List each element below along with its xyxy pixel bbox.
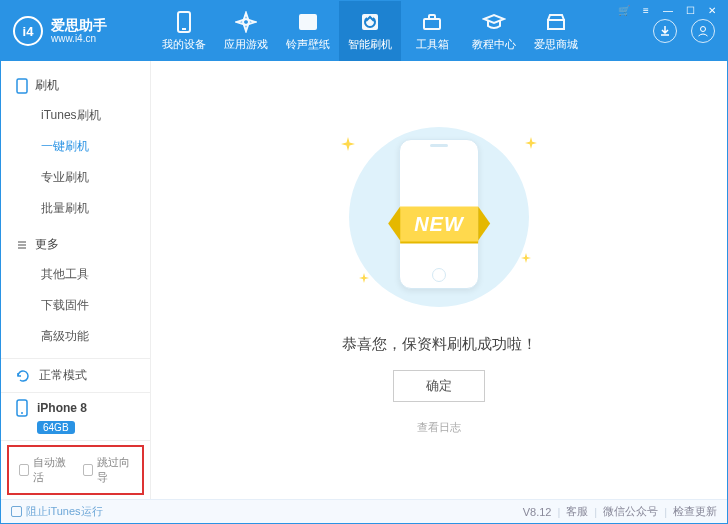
new-ribbon: NEW [400,207,478,242]
main-content: NEW 恭喜您，保资料刷机成功啦！ 确定 查看日志 [151,61,727,499]
brand-url: www.i4.cn [51,33,107,44]
device-name: iPhone 8 [37,401,87,415]
footer: 阻止iTunes运行 V8.12 | 客服 | 微信公众号 | 检查更新 [1,499,727,523]
svg-rect-9 [17,79,27,93]
sidebar-item-oneclick-flash[interactable]: 一键刷机 [1,131,150,162]
tab-apps[interactable]: 应用游戏 [215,1,277,61]
view-log-link[interactable]: 查看日志 [417,420,461,435]
checkbox-skip-guide[interactable]: 跳过向导 [83,455,133,485]
brand: i4 爱思助手 www.i4.cn [13,16,153,46]
tab-toolbox[interactable]: 工具箱 [401,1,463,61]
sidebar-section-flash: 刷机 [1,71,150,100]
tab-ringtones[interactable]: 铃声壁纸 [277,1,339,61]
sparkle-icon [341,137,355,155]
tab-my-device[interactable]: 我的设备 [153,1,215,61]
tab-label: 工具箱 [416,37,449,52]
sidebar-item-itunes-flash[interactable]: iTunes刷机 [1,100,150,131]
svg-rect-6 [429,15,435,19]
options-row: 自动激活 跳过向导 [7,445,144,495]
brand-logo-icon: i4 [13,16,43,46]
checkbox-auto-activate[interactable]: 自动激活 [19,455,69,485]
tab-flash[interactable]: 智能刷机 [339,1,401,61]
maximize-icon[interactable]: ☐ [683,5,697,16]
tab-label: 铃声壁纸 [286,37,330,52]
sidebar-section-title: 刷机 [35,77,59,94]
success-illustration: NEW [329,117,549,317]
tab-label: 应用游戏 [224,37,268,52]
phone-icon [175,11,193,33]
checkbox-label: 跳过向导 [97,455,132,485]
sidebar-item-other-tools[interactable]: 其他工具 [1,259,150,290]
sidebar-section-title: 更多 [35,236,59,253]
sidebar-item-batch-flash[interactable]: 批量刷机 [1,193,150,224]
support-link[interactable]: 客服 [566,504,588,519]
sidebar-item-pro-flash[interactable]: 专业刷机 [1,162,150,193]
tab-label: 智能刷机 [348,37,392,52]
tab-store[interactable]: 爱思商城 [525,1,587,61]
check-update-link[interactable]: 检查更新 [673,504,717,519]
apps-icon [235,11,257,33]
version-label: V8.12 [523,506,552,518]
refresh-icon [15,368,31,384]
sidebar-section-more: 更多 [1,230,150,259]
close-icon[interactable]: ✕ [705,5,719,16]
window-controls: 🛒 ≡ — ☐ ✕ [617,5,719,16]
mode-label: 正常模式 [39,367,87,384]
device-icon [15,79,29,93]
brand-name: 爱思助手 [51,18,107,33]
minimize-icon[interactable]: — [661,5,675,16]
capacity-badge: 64GB [37,421,75,434]
menu-icon[interactable]: ≡ [639,5,653,16]
checkbox-block-itunes[interactable]: 阻止iTunes运行 [11,504,103,519]
checkbox-label: 阻止iTunes运行 [26,504,103,519]
svg-point-14 [21,412,23,414]
sidebar-item-download-firmware[interactable]: 下载固件 [1,290,150,321]
tab-label: 教程中心 [472,37,516,52]
svg-rect-2 [300,15,316,29]
header: 🛒 ≡ — ☐ ✕ i4 爱思助手 www.i4.cn 我的设备 应用游戏 [1,1,727,61]
user-icon[interactable] [691,19,715,43]
sparkle-icon [525,135,537,153]
svg-rect-5 [424,19,440,29]
sparkle-icon [359,269,369,287]
svg-rect-7 [548,20,564,29]
flash-icon [360,11,380,33]
sparkle-icon [521,249,531,267]
checkbox-label: 自动激活 [33,455,68,485]
toolbox-icon [421,11,443,33]
store-icon [545,11,567,33]
tab-label: 我的设备 [162,37,206,52]
wallpaper-icon [297,11,319,33]
graduation-icon [482,11,506,33]
ok-button[interactable]: 确定 [393,370,485,402]
download-icon[interactable] [653,19,677,43]
more-icon [15,238,29,252]
sidebar: 刷机 iTunes刷机 一键刷机 专业刷机 批量刷机 更多 其他工具 下载固件 … [1,61,151,499]
success-message: 恭喜您，保资料刷机成功啦！ [342,335,537,354]
wechat-link[interactable]: 微信公众号 [603,504,658,519]
phone-small-icon [15,399,29,417]
svg-point-8 [701,27,706,32]
sidebar-item-advanced[interactable]: 高级功能 [1,321,150,352]
device-mode[interactable]: 正常模式 [1,359,150,393]
tab-label: 爱思商城 [534,37,578,52]
device-info[interactable]: iPhone 8 64GB [1,393,150,441]
tab-tutorials[interactable]: 教程中心 [463,1,525,61]
main-tabs: 我的设备 应用游戏 铃声壁纸 智能刷机 工具箱 教程中心 [153,1,587,61]
cart-icon[interactable]: 🛒 [617,5,631,16]
